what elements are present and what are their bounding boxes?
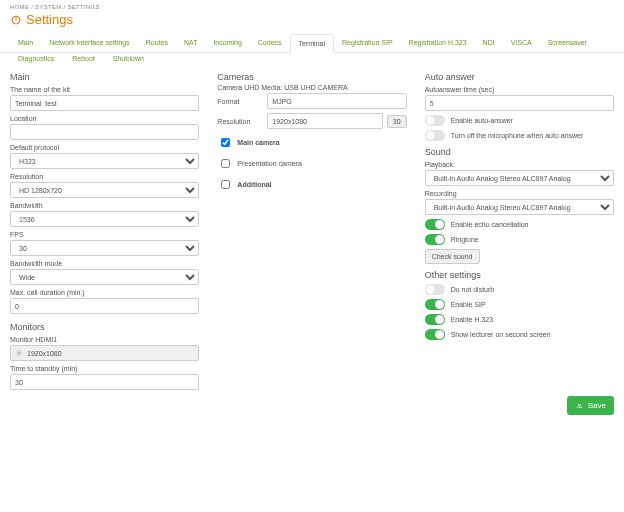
tab-routes[interactable]: Routes xyxy=(138,34,176,53)
cam-res-input[interactable] xyxy=(267,113,383,129)
ringtone-label: Ringtone xyxy=(451,236,479,243)
protocol-select[interactable]: H323 xyxy=(10,153,199,169)
mute-on-auto-label: Turn off the microphone when auto answer xyxy=(451,132,584,139)
toggle-sip[interactable] xyxy=(425,299,445,310)
dnd-label: Do not disturb xyxy=(451,286,495,293)
location-input[interactable] xyxy=(10,124,199,140)
tab-incoming[interactable]: Incoming xyxy=(205,34,249,53)
name-input[interactable] xyxy=(10,95,199,111)
protocol-label: Default protocol xyxy=(10,144,199,151)
toggle-dnd[interactable] xyxy=(425,284,445,295)
subtab-reboot[interactable]: Reboot xyxy=(72,55,95,62)
cam-res-tag: 30 xyxy=(387,115,407,128)
recording-label: Recording xyxy=(425,190,614,197)
format-label: Format xyxy=(217,98,263,105)
tab-reg-h323[interactable]: Registration H.323 xyxy=(401,34,475,53)
toggle-echo[interactable] xyxy=(425,219,445,230)
camera-title: Camera UHD Media: USB UHD CAMERA xyxy=(217,84,406,91)
brightness-icon xyxy=(15,349,23,357)
bwmode-select[interactable]: Wide xyxy=(10,269,199,285)
h323-label: Enable H.323 xyxy=(451,316,493,323)
subtabs: Diagnostics Reboot Shutdown xyxy=(0,53,624,66)
maxcall-label: Max. call duration (min.) xyxy=(10,289,199,296)
subtab-shutdown[interactable]: Shutdown xyxy=(113,55,144,62)
bandwidth-label: Bandwidth xyxy=(10,202,199,209)
auto-heading: Auto answer xyxy=(425,72,614,82)
presentation-camera-label: Presentation camera xyxy=(237,160,302,167)
maxcall-input[interactable] xyxy=(10,298,199,314)
standby-label: Time to standby (min) xyxy=(10,365,199,372)
svg-line-7 xyxy=(17,351,18,352)
tab-reg-sip[interactable]: Registration SIP xyxy=(334,34,401,53)
auto-time-input[interactable] xyxy=(425,95,614,111)
subtab-diagnostics[interactable]: Diagnostics xyxy=(18,55,54,62)
toggle-auto-answer[interactable] xyxy=(425,115,445,126)
tab-terminal[interactable]: Terminal xyxy=(290,34,334,53)
recording-select[interactable]: Built-in Audio Analog Stereo ALC897 Anal… xyxy=(425,199,614,215)
bandwidth-select[interactable]: 1536 xyxy=(10,211,199,227)
monitors-heading: Monitors xyxy=(10,322,199,332)
resolution-label: Resolution xyxy=(10,173,199,180)
tab-nat[interactable]: NAT xyxy=(176,34,205,53)
format-input[interactable] xyxy=(267,93,406,109)
other-heading: Other settings xyxy=(425,270,614,280)
svg-line-10 xyxy=(21,351,22,352)
monitor-value: 1920x1080 xyxy=(10,345,199,361)
toggle-mute-on-auto[interactable] xyxy=(425,130,445,141)
playback-select[interactable]: Built-in Audio Analog Stereo ALC897 Anal… xyxy=(425,170,614,186)
tab-visca[interactable]: VISCA xyxy=(503,34,540,53)
resolution-select[interactable]: HD 1280x720 xyxy=(10,182,199,198)
main-camera-label: Main camera xyxy=(237,139,279,146)
page-title: Settings xyxy=(26,12,73,27)
tab-main[interactable]: Main xyxy=(10,34,41,53)
save-icon xyxy=(575,400,584,411)
monitor-label: Monitor HDMI1 xyxy=(10,336,199,343)
main-camera-checkbox[interactable] xyxy=(221,138,230,147)
auto-answer-label: Enable auto-answer xyxy=(451,117,513,124)
location-label: Location xyxy=(10,115,199,122)
standby-input[interactable] xyxy=(10,374,199,390)
additional-label: Additional xyxy=(237,181,271,188)
svg-line-8 xyxy=(21,355,22,356)
toggle-lecturer[interactable] xyxy=(425,329,445,340)
bwmode-label: Bandwidth mode xyxy=(10,260,199,267)
svg-line-9 xyxy=(17,355,18,356)
auto-time-label: Autoanswer time (sec) xyxy=(425,86,614,93)
tab-network[interactable]: Network interface settings xyxy=(41,34,138,53)
check-sound-button[interactable]: Check sound xyxy=(425,249,480,264)
sound-heading: Sound xyxy=(425,147,614,157)
main-heading: Main xyxy=(10,72,199,82)
cameras-heading: Cameras xyxy=(217,72,406,82)
toggle-ringtone[interactable] xyxy=(425,234,445,245)
save-button-label: Save xyxy=(588,401,606,410)
additional-checkbox[interactable] xyxy=(221,180,230,189)
power-icon xyxy=(10,14,22,26)
tabs: Main Network interface settings Routes N… xyxy=(0,33,624,53)
sip-label: Enable SIP xyxy=(451,301,486,308)
toggle-h323[interactable] xyxy=(425,314,445,325)
presentation-camera-checkbox[interactable] xyxy=(221,159,230,168)
cam-res-label: Resolution xyxy=(217,118,263,125)
monitor-value-text: 1920x1080 xyxy=(27,350,62,357)
tab-ndi[interactable]: NDI xyxy=(475,34,503,53)
fps-label: FPS xyxy=(10,231,199,238)
echo-label: Enable echo cancellation xyxy=(451,221,529,228)
save-button[interactable]: Save xyxy=(567,396,614,415)
tab-screensaver[interactable]: Screensaver xyxy=(540,34,595,53)
tab-codecs[interactable]: Codecs xyxy=(250,34,290,53)
lecturer-label: Show lecturer on second screen xyxy=(451,331,551,338)
svg-point-2 xyxy=(18,352,20,354)
breadcrumb: HOME / SYSTEM / SETTINGS xyxy=(10,4,614,10)
fps-select[interactable]: 30 xyxy=(10,240,199,256)
name-label: The name of the kit xyxy=(10,86,199,93)
playback-label: Playback xyxy=(425,161,614,168)
